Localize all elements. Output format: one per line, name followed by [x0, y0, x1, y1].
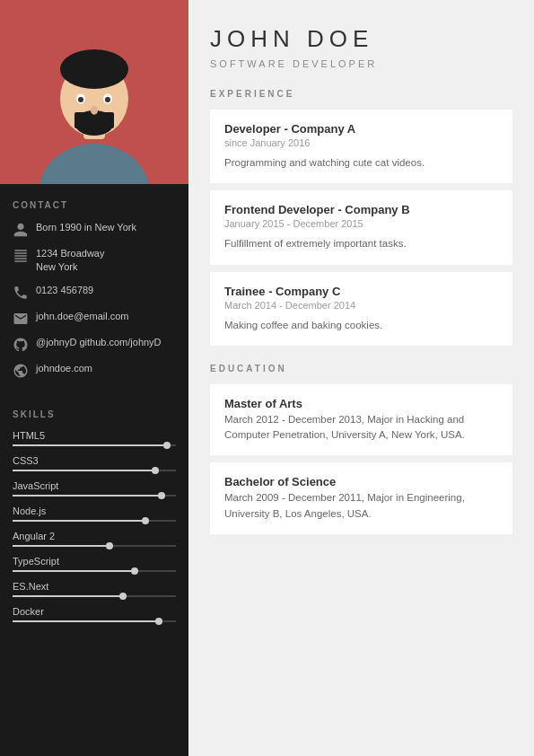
skill-javascript-name: JavaScript	[13, 480, 176, 491]
contact-label: CONTACT	[13, 200, 176, 210]
skill-esnext-bar	[13, 595, 176, 597]
svg-point-11	[91, 106, 98, 115]
skill-typescript-bar	[13, 570, 176, 572]
person-icon	[13, 222, 29, 238]
skill-css3-name: CSS3	[13, 455, 176, 466]
email-icon	[13, 311, 29, 327]
globe-icon	[13, 363, 29, 379]
name-heading: JOHN DOE	[210, 25, 512, 53]
skill-docker-bar	[13, 620, 176, 622]
contact-item-website: johndoe.com	[13, 362, 176, 379]
avatar-section	[0, 0, 188, 184]
exp-1-title: Frontend Developer - Company B	[224, 203, 498, 216]
skill-docker: Docker	[13, 606, 176, 622]
contact-address-text: 1234 BroadwayNew York	[36, 247, 104, 275]
skill-css3: CSS3	[13, 455, 176, 471]
skill-typescript-name: TypeScript	[13, 556, 176, 567]
contact-section: CONTACT Born 1990 in New York 1234 Broad…	[0, 184, 188, 397]
svg-point-10	[105, 97, 110, 102]
contact-item-phone: 0123 456789	[13, 284, 176, 301]
education-heading: EDUCATION	[210, 364, 512, 374]
experience-heading: EXPERIENCE	[210, 89, 512, 99]
contact-phone-text: 0123 456789	[36, 284, 93, 297]
skills-label: SKILLS	[13, 409, 176, 419]
edu-0-desc: March 2012 - December 2013, Major in Hac…	[224, 412, 498, 444]
skill-esnext-name: ES.Next	[13, 581, 176, 592]
sidebar: CONTACT Born 1990 in New York 1234 Broad…	[0, 0, 188, 756]
exp-2-date: March 2014 - December 2014	[224, 300, 498, 311]
skill-html5-name: HTML5	[13, 430, 176, 441]
svg-point-13	[93, 113, 108, 120]
contact-email-text: john.doe@email.com	[36, 310, 129, 323]
contact-born-text: Born 1990 in New York	[36, 221, 136, 234]
education-section: EDUCATION Master of Arts March 2012 - De…	[210, 364, 512, 534]
experience-card-0: Developer - Company A since January 2016…	[210, 110, 512, 183]
skill-nodejs-bar	[13, 520, 176, 522]
skill-css3-bar	[13, 470, 176, 471]
skill-angular-bar	[13, 545, 176, 547]
skills-section: SKILLS HTML5 CSS3 JavaScript Node.js	[0, 397, 188, 640]
skill-nodejs-name: Node.js	[13, 505, 176, 516]
skill-javascript: JavaScript	[13, 480, 176, 497]
skill-typescript: TypeScript	[13, 556, 176, 572]
education-card-0: Master of Arts March 2012 - December 201…	[210, 384, 512, 456]
contact-item-born: Born 1990 in New York	[13, 221, 176, 238]
svg-point-9	[78, 97, 83, 102]
exp-2-desc: Making coffee and baking cookies.	[224, 318, 498, 333]
skill-angular: Angular 2	[13, 531, 176, 547]
building-icon	[13, 248, 29, 264]
skill-docker-name: Docker	[13, 606, 176, 617]
exp-2-title: Trainee - Company C	[224, 285, 498, 298]
svg-point-0	[39, 144, 150, 184]
skill-html5: HTML5	[13, 430, 176, 446]
contact-item-address: 1234 BroadwayNew York	[13, 247, 176, 275]
job-title: SOFTWARE DEVELOPER	[210, 58, 512, 69]
edu-1-title: Bachelor of Science	[224, 475, 498, 488]
svg-point-4	[67, 51, 121, 84]
exp-0-desc: Programming and watching cute cat videos…	[224, 155, 498, 171]
skill-angular-name: Angular 2	[13, 531, 176, 541]
edu-1-desc: March 2009 - December 2011, Major in Eng…	[224, 490, 498, 522]
phone-icon	[13, 285, 29, 301]
skill-html5-bar	[13, 444, 176, 446]
experience-card-2: Trainee - Company C March 2014 - Decembe…	[210, 272, 512, 346]
education-card-1: Bachelor of Science March 2009 - Decembe…	[210, 462, 512, 534]
exp-0-date: since January 2016	[224, 137, 498, 148]
exp-1-desc: Fulfillment of extremely important tasks…	[224, 236, 498, 251]
main-content: JOHN DOE SOFTWARE DEVELOPER EXPERIENCE D…	[188, 0, 534, 756]
experience-section: EXPERIENCE Developer - Company A since J…	[210, 89, 512, 346]
contact-github-text: @johnyD github.com/johnyD	[36, 336, 162, 349]
skill-nodejs: Node.js	[13, 505, 176, 522]
svg-point-12	[81, 113, 95, 120]
edu-0-title: Master of Arts	[224, 397, 498, 410]
skill-javascript-bar	[13, 495, 176, 497]
github-icon	[13, 337, 29, 353]
skill-esnext: ES.Next	[13, 581, 176, 597]
contact-item-github: @johnyD github.com/johnyD	[13, 336, 176, 353]
contact-website-text: johndoe.com	[36, 362, 92, 375]
exp-0-title: Developer - Company A	[224, 122, 498, 136]
contact-item-email: john.doe@email.com	[13, 310, 176, 327]
experience-card-1: Frontend Developer - Company B January 2…	[210, 190, 512, 264]
avatar-illustration	[22, 13, 166, 184]
exp-1-date: January 2015 - December 2015	[224, 218, 498, 229]
